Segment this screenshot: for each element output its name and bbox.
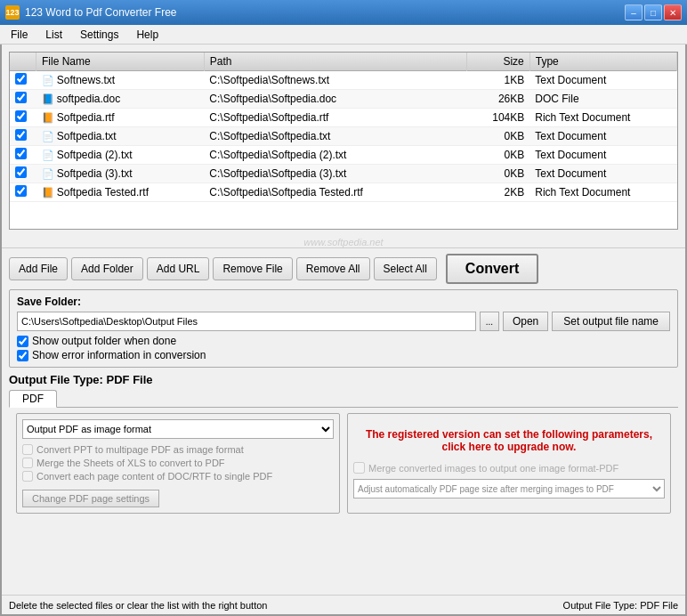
tab-pdf[interactable]: PDF [9, 390, 57, 408]
remove-all-button[interactable]: Remove All [296, 257, 370, 280]
col-header-check [10, 53, 36, 71]
table-row: 📄 Softpedia (2).txt C:\Softpedia\Softped… [10, 146, 677, 165]
menu-help[interactable]: Help [129, 27, 166, 43]
col-header-path: Path [204, 53, 466, 71]
xls-option-label: Merge the Sheets of XLS to convert to PD… [36, 458, 225, 468]
file-icon: 📙 [42, 112, 54, 123]
select-all-button[interactable]: Select All [374, 257, 437, 280]
row-checkbox[interactable] [15, 73, 27, 85]
row-checkbox-cell [10, 165, 36, 183]
adjust-dropdown: Adjust automatically PDF page size after… [353, 479, 665, 498]
save-folder-section: Save Folder: ... Open Set output file na… [9, 289, 678, 368]
status-left: Delete the selected files or clear the l… [9, 600, 267, 611]
ppt-option-label: Convert PPT to multipage PDF as image fo… [36, 444, 244, 455]
row-checkbox-cell [10, 90, 36, 109]
ppt-checkbox [22, 444, 33, 455]
file-icon: 📄 [42, 131, 54, 142]
row-name: 📄 Softpedia.txt [36, 127, 205, 146]
row-name: 📄 Softnews.txt [36, 71, 205, 90]
row-checkbox-cell [10, 71, 36, 90]
merge-option-row: Merge converted images to output one ima… [353, 462, 665, 474]
main-window: File Name Path Size Type 📄 Softnews.txt … [0, 45, 687, 616]
doc-option-label: Convert each page content of DOC/RTF to … [36, 471, 272, 482]
row-checkbox[interactable] [15, 185, 27, 197]
add-folder-button[interactable]: Add Folder [71, 257, 143, 280]
row-path: C:\Softpedia\Softpedia.txt [204, 127, 466, 146]
row-name: 📙 Softpedia.rtf [36, 109, 205, 127]
title-bar: 123 123 Word to Pdf Converter Free – □ ✕ [0, 0, 687, 25]
table-row: 📙 Softpedia Tested.rtf C:\Softpedia\Soft… [10, 183, 677, 202]
row-size: 26KB [466, 90, 529, 109]
status-right: Output File Type: PDF File [563, 600, 678, 611]
row-name: 📄 Softpedia (2).txt [36, 146, 205, 165]
watermark: www.softpedia.net [2, 237, 685, 247]
close-button[interactable]: ✕ [664, 4, 682, 20]
add-file-button[interactable]: Add File [9, 257, 68, 280]
title-controls: – □ ✕ [625, 4, 682, 20]
row-path: C:\Softpedia\Softpedia.doc [204, 90, 466, 109]
format-dropdown-row: Output PDF as image format [22, 419, 334, 439]
right-col: The registered version can set the follo… [347, 413, 671, 514]
show-error-checkbox[interactable] [17, 350, 28, 361]
row-size: 1KB [466, 71, 529, 90]
file-list-area: File Name Path Size Type 📄 Softnews.txt … [9, 52, 678, 230]
row-name: 📄 Softpedia (3).txt [36, 165, 205, 183]
ppt-option-row: Convert PPT to multipage PDF as image fo… [22, 444, 334, 455]
row-type: DOC File [529, 90, 676, 109]
row-path: C:\Softpedia\Softpedia (2).txt [204, 146, 466, 165]
menu-list[interactable]: List [38, 27, 69, 43]
show-output-folder-checkbox[interactable] [17, 336, 28, 347]
browse-button[interactable]: ... [480, 312, 499, 331]
row-name: 📙 Softpedia Tested.rtf [36, 183, 205, 202]
doc-option-row: Convert each page content of DOC/RTF to … [22, 471, 334, 482]
show-output-folder-label: Show output folder when done [32, 335, 176, 347]
convert-button[interactable]: Convert [446, 254, 538, 284]
tab-bar: PDF [9, 390, 678, 408]
save-folder-label: Save Folder: [17, 296, 670, 308]
table-row: 📄 Softnews.txt C:\Softpedia\Softnews.txt… [10, 71, 677, 90]
row-checkbox-cell [10, 109, 36, 127]
remove-file-button[interactable]: Remove File [213, 257, 292, 280]
merge-checkbox [353, 462, 365, 474]
add-url-button[interactable]: Add URL [147, 257, 210, 280]
file-icon: 📘 [42, 93, 54, 104]
menu-settings[interactable]: Settings [73, 27, 125, 43]
row-checkbox[interactable] [15, 166, 27, 178]
row-name: 📘 softpedia.doc [36, 90, 205, 109]
row-size: 104KB [466, 109, 529, 127]
minimize-button[interactable]: – [625, 4, 643, 20]
row-checkbox[interactable] [15, 129, 27, 141]
row-path: C:\Softpedia\Softpedia.rtf [204, 109, 466, 127]
save-folder-input[interactable] [17, 312, 476, 331]
col-header-type: Type [529, 53, 676, 71]
change-pdf-button[interactable]: Change PDF page settings [22, 490, 159, 507]
app-icon: 123 [5, 5, 20, 20]
menu-file[interactable]: File [4, 27, 35, 43]
row-checkbox[interactable] [15, 148, 27, 159]
file-table: File Name Path Size Type 📄 Softnews.txt … [10, 53, 677, 202]
table-row: 📙 Softpedia.rtf C:\Softpedia\Softpedia.r… [10, 109, 677, 127]
doc-checkbox [22, 471, 33, 482]
file-icon: 📙 [42, 187, 54, 198]
xls-option-row: Merge the Sheets of XLS to convert to PD… [22, 458, 334, 468]
show-error-label: Show error information in conversion [32, 349, 206, 361]
row-checkbox[interactable] [15, 92, 27, 103]
upgrade-text[interactable]: The registered version can set the follo… [353, 419, 665, 462]
row-checkbox[interactable] [15, 110, 27, 122]
row-path: C:\Softpedia\Softpedia Tested.rtf [204, 183, 466, 202]
format-dropdown[interactable]: Output PDF as image format [22, 419, 334, 439]
maximize-button[interactable]: □ [644, 4, 662, 20]
row-size: 0KB [466, 165, 529, 183]
open-button[interactable]: Open [503, 312, 548, 331]
row-type: Text Document [529, 165, 676, 183]
file-icon: 📄 [42, 75, 54, 85]
output-name-button[interactable]: Set output file name [552, 312, 670, 331]
row-checkbox-cell [10, 127, 36, 146]
left-col: Output PDF as image format Convert PPT t… [16, 413, 340, 514]
status-bar: Delete the selected files or clear the l… [2, 595, 685, 614]
row-size: 0KB [466, 127, 529, 146]
row-path: C:\Softpedia\Softpedia (3).txt [204, 165, 466, 183]
table-row: 📘 softpedia.doc C:\Softpedia\Softpedia.d… [10, 90, 677, 109]
row-type: Text Document [529, 71, 676, 90]
adjust-dropdown-row: Adjust automatically PDF page size after… [353, 479, 665, 498]
